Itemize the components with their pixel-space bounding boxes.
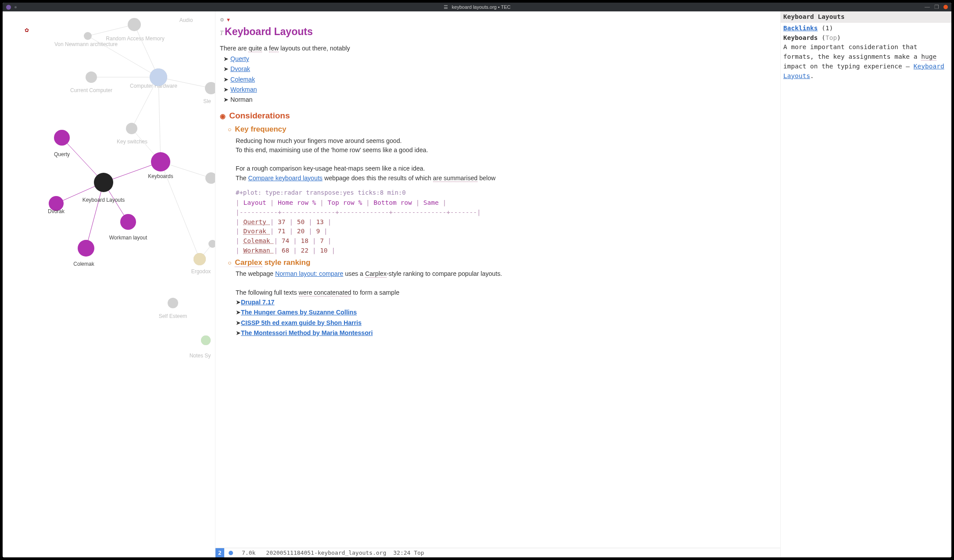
svg-point-27 [126, 123, 137, 134]
svg-text:Self Esteem: Self Esteem [159, 313, 187, 319]
graph-node-faded[interactable]: Notes Sy [190, 353, 211, 359]
intro-text: There are quite a few layouts out there,… [220, 44, 629, 53]
graph-node-faded[interactable] [168, 298, 178, 308]
svg-text:Keyboard Layouts: Keyboard Layouts [82, 197, 125, 203]
svg-text:Dvorak: Dvorak [48, 208, 65, 214]
layout-table: | Layout | Home row % | Top row % | Bott… [236, 198, 629, 256]
list-item: ➤CISSP 5th ed exam guide by Shon Harris [236, 318, 629, 328]
graph-node-faded[interactable] [126, 123, 137, 134]
graph-node-faded[interactable]: Random Access Memory [106, 36, 164, 42]
paragraph: The following full texts were concatenat… [236, 288, 629, 297]
layout-link[interactable]: Workman [230, 86, 257, 93]
svg-point-38 [194, 253, 206, 265]
svg-point-23 [86, 71, 97, 83]
graph-node-center[interactable]: Keyboard Layouts [82, 173, 125, 203]
paragraph: Reducing how much your fingers move arou… [236, 136, 629, 146]
svg-text:Colemak: Colemak [73, 261, 94, 267]
titlebar: ☰ keyboard layouts.org • TEC — ❐ [3, 3, 629, 11]
svg-text:Von Newmann architecture: Von Newmann architecture [54, 41, 118, 47]
svg-text:Notes Sy: Notes Sy [190, 353, 211, 359]
heading-considerations: ◉ Considerations [220, 110, 629, 122]
text-link[interactable]: The Montessori Method by Maria Montessor… [241, 329, 373, 336]
chevron-down-icon: ▼ [226, 17, 231, 22]
svg-line-0 [88, 25, 134, 36]
window-title: keyboard layouts.org • TEC [452, 4, 511, 10]
svg-point-46 [120, 214, 136, 230]
text-link[interactable]: The Hunger Games by Suzanne Collins [241, 309, 357, 316]
list-item: ➤Dvorak [223, 64, 629, 74]
svg-text:Keyboards: Keyboards [148, 173, 173, 179]
list-item: ➤The Montessori Method by Maria Montesso… [236, 328, 629, 338]
heading-key-frequency: ○ Key frequency [228, 124, 629, 135]
list-item: ➤Workman [223, 85, 629, 95]
svg-text:Sle: Sle [203, 98, 211, 104]
list-item: ➤Drupal 7.17 [236, 297, 629, 307]
svg-text:Workman layout: Workman layout [109, 235, 147, 241]
norman-compare-link[interactable]: Norman layout: compare [275, 270, 343, 277]
plot-directive: #+plot: type:radar transpose:yes ticks:8… [236, 188, 629, 197]
paragraph: The webpage Norman layout: compare uses … [236, 269, 629, 278]
graph-node-faded[interactable] [205, 82, 215, 94]
titlebar-dot [14, 6, 17, 8]
graph-node-faded[interactable]: Self Esteem [159, 313, 187, 319]
svg-point-50 [94, 173, 113, 192]
graph-node-faded[interactable] [128, 18, 141, 31]
paragraph: For a rough comparison key-usage heat-ma… [236, 164, 629, 173]
svg-text:Audio: Audio [179, 17, 193, 23]
graph-node-faded[interactable]: Sle [203, 98, 211, 104]
graph-node[interactable]: Keyboards [148, 152, 173, 179]
list-item: ➤Norman [223, 95, 629, 105]
list-item: ➤The Hunger Games by Suzanne Collins [236, 307, 629, 317]
svg-text:Ergodox: Ergodox [191, 268, 211, 275]
layout-link[interactable]: Colemak [230, 76, 255, 83]
graph-node-faded[interactable] [86, 71, 97, 83]
graph-node-faded[interactable] [208, 240, 215, 248]
gear-icon[interactable]: ✿ [25, 27, 29, 33]
graph-node-faded[interactable]: Key switches [117, 139, 147, 145]
hamburger-icon: ☰ [444, 4, 448, 10]
svg-point-33 [168, 298, 178, 308]
heading-carplex: ○ Carplex style ranking [228, 257, 629, 268]
svg-point-29 [205, 172, 215, 184]
layout-link[interactable]: Dvorak [230, 65, 250, 72]
text-link[interactable]: CISSP 5th ed exam guide by Shon Harris [241, 319, 362, 326]
svg-point-37 [150, 68, 167, 86]
svg-point-30 [208, 240, 215, 248]
graph-node-faded[interactable]: Ergodox [191, 268, 211, 275]
graph-node-faded[interactable] [205, 172, 215, 184]
page-title: Keyboard Layouts [225, 26, 313, 37]
editor-pane[interactable]: ⚙ ▼ T Keyboard Layouts There are quite a… [215, 11, 629, 369]
svg-line-15 [86, 182, 104, 248]
title-marker: T [220, 30, 225, 36]
svg-point-42 [151, 152, 170, 171]
layout-link[interactable]: Querty [230, 55, 249, 62]
svg-point-19 [84, 32, 92, 40]
svg-point-25 [205, 82, 215, 94]
graph-node-faded[interactable]: Audio [179, 17, 193, 23]
graph-pane[interactable]: ✿ AudioRandom Access MemoryVon Newmann a… [3, 11, 215, 369]
graph-node[interactable]: Dvorak [48, 196, 65, 214]
svg-point-40 [54, 130, 70, 146]
svg-text:Querty: Querty [54, 151, 70, 157]
graph-node-faded[interactable] [84, 32, 92, 40]
paragraph: To this end, maximising use of the 'home… [236, 146, 629, 155]
svg-point-48 [78, 240, 94, 257]
graph-node[interactable]: Workman layout [109, 214, 147, 241]
svg-point-17 [128, 18, 141, 31]
svg-text:Key switches: Key switches [117, 139, 147, 145]
paragraph: The Compare keyboard layouts webpage doe… [236, 174, 629, 183]
settings-icon: ⚙ [220, 17, 224, 22]
graph-node-faded[interactable]: Von Newmann architecture [54, 41, 118, 47]
graph-node-faded[interactable]: Current Computer [70, 87, 112, 93]
text-link[interactable]: Drupal 7.17 [241, 299, 275, 306]
list-item: ➤Querty [223, 54, 629, 64]
svg-text:Random Access Memory: Random Access Memory [106, 36, 164, 42]
svg-text:Current Computer: Current Computer [70, 87, 112, 93]
compare-layouts-link[interactable]: Compare keyboard layouts [248, 175, 323, 182]
list-item: ➤Colemak [223, 75, 629, 85]
svg-line-6 [158, 77, 161, 162]
svg-point-39 [201, 335, 211, 345]
titlebar-dot [6, 5, 11, 10]
graph-node[interactable]: Colemak [73, 240, 94, 267]
